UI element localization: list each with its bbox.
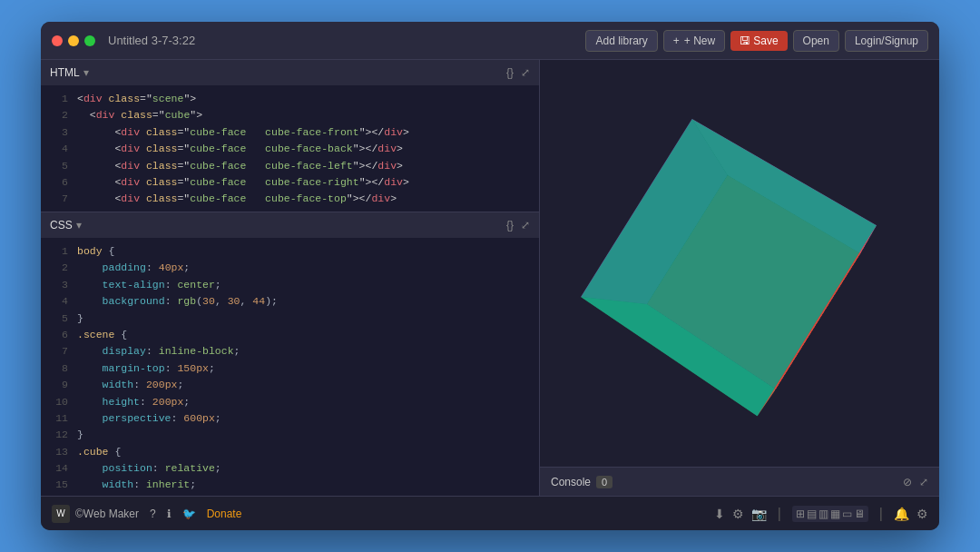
bottom-right-icons: ⬇ ⚙ 📷 | ⊞ ▤ ▥ ▦ ▭ 🖥 | 🔔 ⚙ (714, 506, 928, 522)
expand-console-icon[interactable]: ⤢ (919, 476, 928, 488)
css-header: CSS ▾ {} ⤢ (41, 212, 539, 238)
chevron-down-icon: ▾ (76, 219, 82, 232)
app-window: Untitled 3-7-3:22 Add library + + New 🖫 … (41, 22, 939, 530)
gear-icon[interactable]: ⚙ (916, 507, 928, 521)
toolbar: Add library + + New 🖫 Save Open Login/Si… (585, 30, 928, 52)
logo-text: ©Web Maker (75, 508, 139, 520)
screenshot-icon[interactable]: 📷 (751, 507, 767, 521)
css-section: CSS ▾ {} ⤢ 1 body { 2 paddin (41, 212, 539, 496)
css-line-6: 6 .scene { (41, 327, 539, 343)
html-line-5: 5 <div class="cube-face cube-face-left">… (41, 158, 539, 174)
css-section-icons: {} ⤢ (506, 219, 530, 232)
chevron-down-icon: ▾ (83, 66, 89, 79)
preview-content (540, 60, 939, 467)
format-icon[interactable]: {} (506, 66, 514, 79)
html-editor[interactable]: 1 <div class="scene"> 2 <div class="cube… (41, 85, 539, 212)
css-line-12: 12 } (41, 427, 539, 443)
css-line-3: 3 text-align: center; (41, 277, 539, 293)
html-line-7: 7 <div class="cube-face cube-face-top"><… (41, 191, 539, 207)
info-icon[interactable]: ℹ (167, 508, 172, 520)
html-section-icons: {} ⤢ (506, 66, 530, 79)
notification-icon[interactable]: 🔔 (894, 507, 909, 521)
layout-stack-icon[interactable]: ▦ (830, 508, 840, 520)
close-button[interactable] (52, 35, 63, 46)
css-line-11: 11 perspective: 600px; (41, 410, 539, 427)
main-area: HTML ▾ {} ⤢ 1 <div class="scene"> 2 (41, 60, 939, 496)
add-library-button[interactable]: Add library (585, 30, 657, 52)
preview-panel: Console 0 ⊘ ⤢ (540, 60, 939, 496)
css-line-9: 9 width: 200px; (41, 377, 539, 393)
divider2: | (879, 506, 883, 522)
cube-preview (649, 182, 830, 363)
css-line-4: 4 background: rgb(30, 30, 44); (41, 293, 539, 310)
traffic-lights (52, 35, 95, 46)
expand-icon[interactable]: ⤢ (521, 66, 530, 79)
html-line-8: 8 <div class="cube-face cube-face-bottom… (41, 208, 539, 212)
3d-cube (636, 208, 818, 321)
code-panel: HTML ▾ {} ⤢ 1 <div class="scene"> 2 (41, 60, 540, 496)
css-editor[interactable]: 1 body { 2 padding: 40px; 3 text-align: … (41, 238, 539, 496)
webmaker-logo: W ©Web Maker (52, 505, 139, 523)
twitter-icon[interactable]: 🐦 (182, 508, 196, 520)
css-label: CSS ▾ (50, 219, 82, 232)
cube-face-top (581, 119, 877, 416)
format-icon[interactable]: {} (506, 219, 514, 232)
html-label: HTML ▾ (50, 66, 89, 79)
donate-link[interactable]: Donate (207, 508, 242, 520)
logo-icon: W (52, 505, 70, 523)
html-line-6: 6 <div class="cube-face cube-face-right"… (41, 174, 539, 191)
layout-row-icon[interactable]: ▥ (818, 508, 828, 520)
console-count: 0 (596, 476, 612, 488)
console-icons: ⊘ ⤢ (903, 476, 928, 488)
html-header: HTML ▾ {} ⤢ (41, 60, 539, 85)
3d-scene (649, 182, 830, 363)
help-icon[interactable]: ? (150, 508, 156, 520)
login-button[interactable]: Login/Signup (845, 30, 928, 52)
layout-screen-icon[interactable]: 🖥 (854, 508, 865, 520)
css-line-8: 8 margin-top: 150px; (41, 360, 539, 377)
minimize-button[interactable] (68, 35, 79, 46)
css-line-7: 7 display: inline-block; (41, 343, 539, 360)
html-line-3: 3 <div class="cube-face cube-face-front"… (41, 124, 539, 141)
window-title: Untitled 3-7-3:22 (108, 34, 585, 47)
save-icon: 🖫 (740, 34, 750, 47)
html-line-2: 2 <div class="cube"> (41, 107, 539, 123)
save-button[interactable]: 🖫 Save (730, 31, 787, 51)
new-button[interactable]: + + New (663, 30, 725, 52)
css-line-15: 15 width: inherit; (41, 477, 539, 493)
clear-icon[interactable]: ⊘ (903, 476, 912, 488)
open-button[interactable]: Open (793, 30, 839, 52)
html-line-4: 4 <div class="cube-face cube-face-back">… (41, 141, 539, 157)
expand-icon[interactable]: ⤢ (521, 219, 530, 232)
layout-col-icon[interactable]: ▤ (807, 508, 817, 520)
divider: | (778, 506, 781, 522)
css-line-13: 13 .cube { (41, 444, 539, 460)
css-line-5: 5 } (41, 310, 539, 327)
settings-wheel-icon[interactable]: ⚙ (732, 507, 744, 521)
layout-group: ⊞ ▤ ▥ ▦ ▭ 🖥 (792, 506, 868, 522)
titlebar: Untitled 3-7-3:22 Add library + + New 🖫 … (41, 22, 939, 60)
css-line-14: 14 position: relative; (41, 460, 539, 477)
console-bar: Console 0 ⊘ ⤢ (540, 467, 939, 496)
maximize-button[interactable] (84, 35, 95, 46)
bottom-bar: W ©Web Maker ? ℹ 🐦 Donate ⬇ ⚙ 📷 | ⊞ ▤ ▥ … (41, 496, 939, 530)
plus-icon: + (673, 34, 680, 47)
html-section: HTML ▾ {} ⤢ 1 <div class="scene"> 2 (41, 60, 539, 212)
layout-preview-icon[interactable]: ▭ (842, 508, 852, 520)
download-icon[interactable]: ⬇ (714, 507, 725, 521)
css-line-10: 10 height: 200px; (41, 394, 539, 410)
html-line-1: 1 <div class="scene"> (41, 91, 539, 107)
console-label: Console 0 (551, 476, 612, 488)
css-line-2: 2 padding: 40px; (41, 260, 539, 276)
css-line-1: 1 body { (41, 243, 539, 260)
layout-grid-icon[interactable]: ⊞ (796, 508, 805, 520)
